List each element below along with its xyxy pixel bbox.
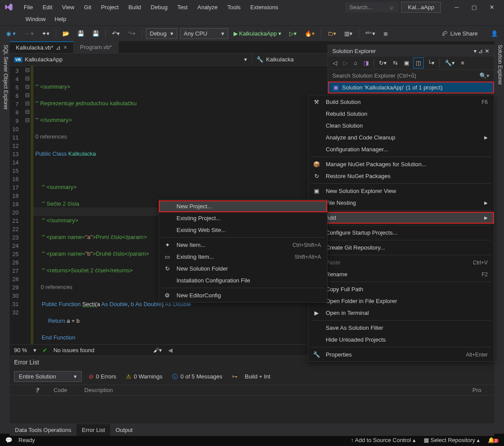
col-description[interactable]: Description: [84, 387, 472, 393]
menu-item[interactable]: ✦Create Git Repository...: [308, 242, 494, 253]
account-icon[interactable]: 👤: [488, 29, 500, 39]
fwd-button[interactable]: ▷: [341, 58, 350, 68]
menu-item[interactable]: Save As Solution Filter: [308, 322, 494, 334]
window-button[interactable]: ▥▾: [342, 29, 355, 39]
col-code[interactable]: Code: [54, 387, 84, 393]
filter-button[interactable]: ⇆: [391, 58, 400, 68]
source-control-button[interactable]: ↑ Add to Source Control ▴: [351, 437, 416, 443]
menu-item[interactable]: Existing Web Site...: [159, 224, 327, 236]
show-all-button[interactable]: ◫: [413, 57, 424, 68]
comment-button[interactable]: ≣: [381, 29, 391, 39]
menu-debug[interactable]: Debug: [146, 2, 172, 12]
menu-item[interactable]: Clean Solution: [308, 120, 494, 132]
errors-filter[interactable]: ⊘0 Errors: [86, 372, 119, 381]
close-tab-icon[interactable]: ✕: [63, 45, 67, 50]
menu-project[interactable]: Project: [97, 2, 123, 12]
menu-item[interactable]: Analyze and Code Cleanup▶: [308, 132, 494, 143]
scope-dropdown[interactable]: Entire Solution▾: [14, 371, 82, 382]
nav-back-button[interactable]: ◉ ▾: [4, 29, 18, 39]
menu-item[interactable]: 📦Manage NuGet Packages for Solution...: [308, 158, 494, 170]
home-button[interactable]: ⌂: [352, 58, 360, 68]
menu-file[interactable]: File: [19, 2, 37, 12]
menu-item[interactable]: Existing Project...: [159, 212, 327, 224]
menu-item[interactable]: 📋PasteCtrl+V: [308, 257, 494, 268]
tab-output[interactable]: Output: [110, 424, 138, 436]
menu-item[interactable]: ↻Open Folder in File Explorer: [308, 295, 494, 307]
repo-button[interactable]: ▦ Select Repository ▴: [424, 437, 480, 443]
platform-dropdown[interactable]: Any CPU▾: [180, 28, 228, 39]
bell-icon[interactable]: 🔔2: [488, 437, 499, 443]
menu-item[interactable]: ⚙New EditorConfig: [159, 289, 327, 301]
menu-item[interactable]: Add▶: [308, 212, 494, 224]
new-button[interactable]: ✦▾: [39, 29, 52, 39]
autohide-icon[interactable]: ▾ ⊿ ✕: [474, 48, 490, 54]
browse-button[interactable]: 🗀▾: [325, 29, 339, 39]
messages-filter[interactable]: ⓘ0 of 5 Messages: [169, 372, 225, 382]
menu-item[interactable]: ↻New Solution Folder: [159, 263, 327, 275]
menu-item[interactable]: ⚙Configure Startup Projects...: [308, 227, 494, 239]
switch-views-button[interactable]: ◨: [361, 58, 371, 68]
menu-item[interactable]: ▣New Solution Explorer View: [308, 185, 494, 197]
chat-icon[interactable]: 💬: [5, 437, 12, 443]
config-dropdown[interactable]: Debug▾: [146, 28, 177, 39]
menu-item[interactable]: 🔧PropertiesAlt+Enter: [308, 349, 494, 360]
menu-item[interactable]: Hide Unloaded Projects: [308, 334, 494, 346]
run-button[interactable]: ▶ KalkulackaApp ▾: [231, 29, 284, 39]
warnings-filter[interactable]: ⚠0 Warnings: [123, 372, 165, 381]
fold-column[interactable]: ⊟⊟⊟⊟⊟⊟⊟: [24, 66, 31, 344]
properties-button[interactable]: 🔧▾: [443, 58, 457, 68]
menu-help[interactable]: Help: [50, 14, 71, 24]
solution-search[interactable]: Search Solution Explorer (Ctrl+ů) 🔍▾: [328, 70, 494, 82]
collapse-button[interactable]: ▣: [402, 58, 411, 68]
brush-icon[interactable]: 🖌▾: [153, 347, 162, 353]
run-no-debug-button[interactable]: ▷▾: [287, 29, 299, 39]
menu-test[interactable]: Test: [173, 2, 192, 12]
col-project[interactable]: Pro: [472, 387, 490, 393]
redo-button[interactable]: ↷▾: [125, 29, 138, 39]
menu-item[interactable]: Rebuild Solution: [308, 108, 494, 120]
minimize-button[interactable]: ─: [448, 1, 465, 13]
menu-extensions[interactable]: Extensions: [246, 2, 283, 12]
menu-item[interactable]: ▭Copy Full Path: [308, 283, 494, 295]
live-share-button[interactable]: ⮳Live Share: [442, 30, 478, 37]
menu-git[interactable]: Git: [79, 2, 96, 12]
pin-icon[interactable]: ⊿: [56, 44, 61, 51]
menu-item[interactable]: ▭Existing Item...Shift+Alt+A: [159, 251, 327, 263]
save-button[interactable]: 💾: [75, 29, 87, 39]
menu-analyze[interactable]: Analyze: [193, 2, 222, 12]
menu-item[interactable]: Installation Configuration File: [159, 275, 327, 286]
issues-label[interactable]: No issues found: [54, 347, 94, 353]
clear-filter-button[interactable]: 🗝: [229, 372, 240, 381]
menu-build[interactable]: Build: [124, 2, 145, 12]
col-icon[interactable]: ⁋: [36, 387, 54, 393]
menu-window[interactable]: Window: [21, 14, 50, 24]
menu-edit[interactable]: Edit: [38, 2, 57, 12]
menu-item[interactable]: Configuration Manager...: [308, 143, 494, 155]
tab-program[interactable]: Program.vb*: [74, 41, 118, 53]
menu-item[interactable]: New Project...: [159, 200, 327, 212]
menu-item[interactable]: File Nesting▶: [308, 197, 494, 209]
tab-kalkulacka[interactable]: Kalkulacka.vb*⊿✕: [10, 41, 74, 53]
save-all-button[interactable]: 💾: [90, 29, 102, 39]
undo-button[interactable]: ↶▾: [109, 29, 122, 39]
maximize-button[interactable]: ▢: [465, 1, 483, 13]
solution-node[interactable]: ▣ Solution 'KalkulackaApp' (1 of 1 proje…: [328, 82, 494, 93]
tree-button[interactable]: └▾: [425, 58, 437, 68]
zoom-level[interactable]: 90 %: [14, 347, 27, 353]
nav-project-dropdown[interactable]: VBKalkulackaApp▾: [10, 54, 252, 65]
menu-item[interactable]: ⊡RenameF2: [308, 268, 494, 280]
solution-explorer-rail[interactable]: Solution Explorer: [494, 41, 504, 434]
sql-server-rail[interactable]: SQL Server Object Explorer: [0, 41, 10, 434]
abc-button[interactable]: ᵃᵇᶜ▾: [363, 29, 378, 39]
nav-fwd-button[interactable]: → ▾: [21, 29, 37, 39]
search-input[interactable]: Search... ⌕: [345, 2, 398, 12]
scroll-left-icon[interactable]: ◀: [168, 347, 173, 353]
menu-view[interactable]: View: [58, 2, 79, 12]
menu-item[interactable]: ↻Restore NuGet Packages: [308, 170, 494, 182]
menu-item[interactable]: ✦New Item...Ctrl+Shift+A: [159, 239, 327, 251]
menu-item[interactable]: ▶Open in Terminal: [308, 307, 494, 319]
preview-button[interactable]: ≡: [459, 58, 467, 68]
menu-tools[interactable]: Tools: [223, 2, 245, 12]
sync-button[interactable]: ↻▾: [377, 58, 389, 68]
back-button[interactable]: ◁: [331, 58, 339, 68]
